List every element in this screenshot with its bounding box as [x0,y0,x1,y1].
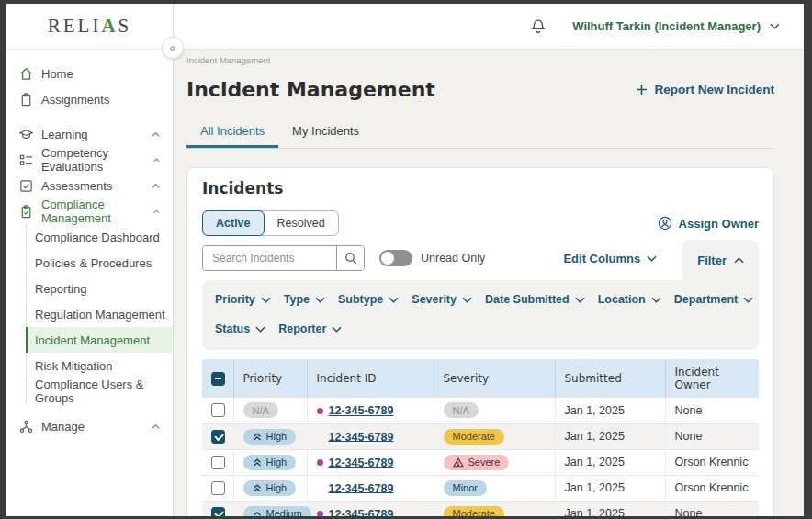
table-header-row: Priority Incident ID Severity Submitted … [202,359,759,398]
filter-reporter[interactable]: Reporter [278,322,342,335]
resolved-toggle-button[interactable]: Resolved [260,210,339,236]
check-square-icon [19,179,33,193]
submitted-date: Jan 1, 2025 [555,398,665,423]
sidebar-collapse-button[interactable]: « [162,37,184,59]
edit-columns-button[interactable]: Edit Columns [563,252,657,265]
chevron-up-icon [734,257,744,264]
chevron-down-icon [575,297,585,303]
active-toggle-button[interactable]: Active [202,210,265,236]
filter-location[interactable]: Location [598,293,661,306]
incident-id-link[interactable]: 12-345-6789 [329,430,394,443]
incident-id-link[interactable]: 12-345-6789 [329,481,394,494]
user-menu[interactable]: Wilhuff Tarkin (Incident Manager) [572,19,780,33]
filter-priority[interactable]: Priority [215,293,271,306]
priority-badge: N/A [243,402,278,418]
sidebar-item-label: Risk Mitigation [35,359,113,373]
sidebar-item-assessments[interactable]: Assessments [6,173,173,198]
collapse-icon: « [170,41,176,54]
severity-label: Severe [468,457,501,468]
report-new-incident-button[interactable]: Report New Incident [636,83,774,96]
search-button[interactable] [336,246,364,270]
active-resolved-toggle: Active Resolved [202,210,339,236]
sidebar-item-label: Compliance Users & Groups [35,378,173,405]
breadcrumb: Incident Management [186,55,774,65]
priority-label: High [266,482,288,493]
person-circle-icon [658,216,672,231]
unread-only-toggle[interactable] [379,250,412,266]
table-row: N/A 12-345-6789 N/A Jan 1, 2025 None [202,398,759,423]
tab-all-incidents[interactable]: All Incidents [186,116,278,148]
column-header-severity: Severity [434,359,555,398]
filter-type[interactable]: Type [284,293,325,306]
filter-department[interactable]: Department [674,293,753,306]
filter-label: Priority [215,293,255,306]
filter-button[interactable]: Filter [682,240,759,280]
table-row: High 12-345-6789 Minor Jan 1, 2025 Orson… [202,475,759,501]
sidebar-item-compliance-management[interactable]: Compliance Management [6,198,173,224]
priority-badge: High [243,429,297,445]
select-all-checkbox[interactable] [211,372,225,386]
filter-subtype[interactable]: Subtype [338,293,399,306]
sidebar-item-learning[interactable]: Learning [6,121,173,147]
sidebar-item-incident-management[interactable]: Incident Management [27,327,173,353]
incident-owner: Orson Krennic [665,475,759,501]
window-frame: RELIAS « Home Assignments Learning Compe… [0,0,812,519]
tab-my-incidents[interactable]: My Incidents [278,116,373,148]
column-header-incident-owner: Incident Owner [665,359,759,398]
incident-owner: None [665,423,759,449]
incident-owner: None [665,501,759,516]
unread-only-label: Unread Only [421,252,485,265]
report-button-label: Report New Incident [654,83,774,96]
incident-id-link[interactable]: 12-345-6789 [329,456,394,468]
compliance-submenu: Compliance Dashboard Policies & Procedur… [26,224,173,404]
edit-columns-label: Edit Columns [563,252,640,265]
page-title: Incident Management [186,78,435,101]
sidebar-item-compliance-users-groups[interactable]: Compliance Users & Groups [27,378,173,404]
search-input[interactable] [203,246,336,270]
row-checkbox[interactable] [211,481,225,495]
chevron-up-icon [153,208,160,216]
row-checkbox[interactable] [211,403,225,417]
sidebar-item-compliance-dashboard[interactable]: Compliance Dashboard [27,224,173,250]
relias-logo: RELIAS [6,4,173,50]
row-checkbox[interactable] [211,456,225,469]
sidebar-item-reporting[interactable]: Reporting [27,276,173,301]
filter-label: Location [598,293,646,306]
sidebar-item-risk-mitigation[interactable]: Risk Mitigation [27,353,173,378]
sidebar-item-label: Competency Evaluations [41,146,145,174]
priority-badge: Medium [243,506,311,517]
sidebar-item-competency-evaluations[interactable]: Competency Evaluations [6,147,173,173]
row-checkbox[interactable] [211,507,225,516]
sidebar-item-home[interactable]: Home [6,61,173,86]
chevron-down-icon [261,297,271,303]
sidebar-item-policies-procedures[interactable]: Policies & Procedures [27,250,173,276]
priority-badge: High [243,480,297,496]
chevron-up-icon [152,130,160,139]
filter-status[interactable]: Status [215,322,265,335]
assign-owner-button[interactable]: Assign Owner [658,216,759,231]
severity-badge: Moderate [444,429,504,445]
incident-id-link[interactable]: 12-345-6789 [329,507,394,516]
filter-label: Subtype [338,293,383,306]
filter-label: Department [674,293,738,306]
chevron-down-icon [647,255,657,262]
filter-label: Type [284,293,310,306]
row-checkbox[interactable] [211,430,225,444]
sidebar-item-assignments[interactable]: Assignments [6,86,173,112]
chevron-up-icon [152,182,160,190]
filter-date-submitted[interactable]: Date Submitted [485,293,585,306]
sidebar-item-manage[interactable]: Manage [6,413,173,439]
chevron-down-icon [743,297,753,303]
sidebar-nav: Home Assignments Learning Competency Eva… [6,50,173,439]
sidebar-item-regulation-management[interactable]: Regulation Management [27,301,173,327]
priority-label: High [266,457,288,468]
filter-severity[interactable]: Severity [412,293,472,306]
column-header-incident-id: Incident ID [307,359,434,398]
notification-bell-icon[interactable] [530,18,547,35]
graduation-cap-icon [19,128,33,141]
card-controls-row2: Unread Only Edit Columns Filter [202,245,759,271]
incident-id-link[interactable]: 12-345-6789 [329,404,394,417]
main-area: Incident Management Incident Management … [174,50,804,516]
sidebar: RELIAS « Home Assignments Learning Compe… [6,4,174,516]
logo-accent-letter: A [101,15,118,38]
